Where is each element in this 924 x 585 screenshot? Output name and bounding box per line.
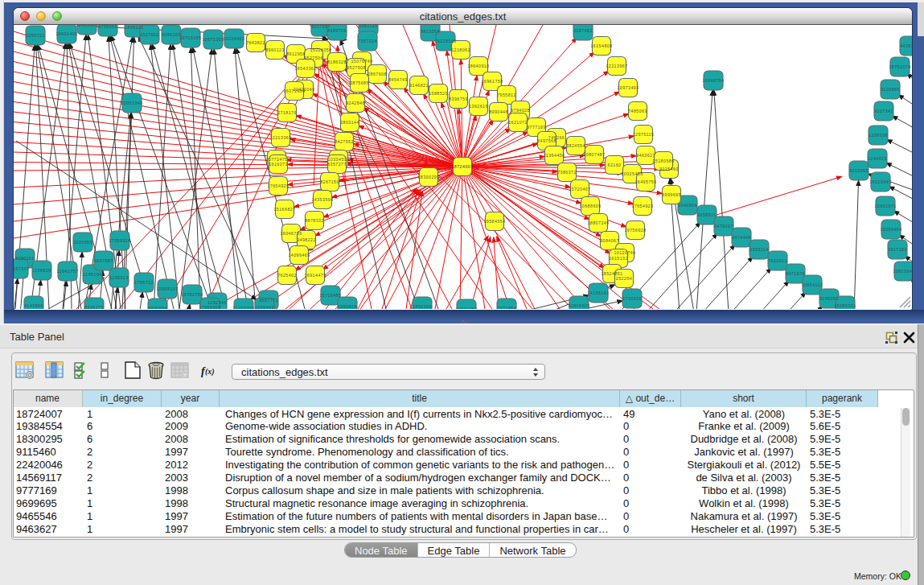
svg-text:10671355: 10671355: [202, 37, 224, 42]
svg-text:4390161: 4390161: [15, 256, 35, 261]
svg-text:6497568: 6497568: [537, 138, 556, 143]
svg-text:9657771: 9657771: [259, 298, 278, 303]
svg-text:17654925: 17654925: [267, 183, 289, 188]
svg-text:17359924: 17359924: [109, 238, 130, 243]
svg-text:16210643: 16210643: [869, 179, 891, 184]
svg-text:16782759: 16782759: [181, 292, 203, 297]
svg-text:8396759: 8396759: [449, 97, 468, 101]
svg-text:8186328: 8186328: [327, 60, 347, 64]
svg-text:8878332: 8878332: [305, 218, 324, 223]
svg-text:7663822: 7663822: [246, 40, 265, 45]
svg-text:20053346: 20053346: [121, 101, 142, 105]
svg-text:9242848: 9242848: [346, 101, 365, 105]
svg-text:8267150: 8267150: [320, 179, 339, 184]
svg-text:9358921: 9358921: [697, 212, 717, 217]
svg-text:6966160: 6966160: [162, 32, 181, 37]
svg-text:9146821: 9146821: [409, 83, 429, 88]
svg-text:2718176: 2718176: [277, 110, 297, 115]
svg-text:8990448: 8990448: [489, 109, 508, 114]
svg-text:15720407: 15720407: [569, 187, 590, 192]
svg-text:12213967: 12213967: [606, 64, 627, 68]
svg-text:15180586: 15180586: [652, 159, 674, 163]
svg-text:7671884: 7671884: [497, 306, 516, 309]
svg-text:10120746: 10120746: [614, 250, 635, 255]
svg-text:8471676: 8471676: [786, 271, 805, 276]
svg-text:1621072: 1621072: [508, 120, 528, 125]
svg-text:1362615: 1362615: [469, 104, 488, 109]
svg-text:15751074: 15751074: [889, 64, 910, 69]
svg-text:1919373: 1919373: [269, 162, 288, 167]
svg-text:8215955: 8215955: [849, 168, 869, 173]
svg-text:62160: 62160: [608, 163, 622, 167]
svg-text:15226058: 15226058: [310, 47, 331, 52]
svg-text:6479197: 6479197: [714, 224, 733, 229]
svg-text:10958107: 10958107: [156, 286, 178, 291]
svg-text:9474444: 9474444: [732, 235, 751, 240]
svg-text:1588520: 1588520: [429, 91, 448, 96]
svg-text:20691406: 20691406: [55, 31, 77, 36]
svg-text:7386372: 7386372: [557, 170, 577, 175]
svg-text:16495756: 16495756: [634, 179, 656, 184]
svg-text:8960123: 8960123: [265, 47, 285, 52]
svg-text:8813054: 8813054: [421, 29, 440, 34]
svg-text:16154808: 16154808: [590, 43, 612, 48]
svg-text:15692971: 15692971: [874, 204, 896, 208]
svg-text:10025438: 10025438: [621, 171, 643, 176]
svg-text:8912958: 8912958: [286, 51, 306, 56]
svg-text:1890399: 1890399: [413, 304, 432, 309]
svg-text:16914479: 16914479: [304, 273, 326, 278]
svg-text:4439167: 4439167: [900, 43, 912, 48]
svg-text:19218506: 19218506: [434, 39, 456, 43]
svg-text:10654112: 10654112: [802, 282, 823, 287]
svg-text:10973493: 10973493: [617, 85, 639, 90]
svg-text:9527508: 9527508: [347, 65, 366, 70]
svg-text:12213369: 12213369: [269, 135, 291, 140]
svg-text:252254: 252254: [616, 276, 632, 281]
svg-text:9527506: 9527506: [304, 56, 323, 60]
svg-text:8454749: 8454749: [388, 77, 408, 82]
svg-text:18640910: 18640910: [467, 64, 489, 68]
svg-text:9245052: 9245052: [819, 296, 839, 301]
svg-text:1209338: 1209338: [869, 133, 888, 138]
svg-text:19832259: 19832259: [455, 307, 477, 309]
svg-text:1218062: 1218062: [451, 47, 470, 52]
svg-text:1527602: 1527602: [140, 32, 159, 37]
svg-text:5682115: 5682115: [359, 25, 377, 28]
svg-text:19584554: 19584554: [483, 219, 505, 224]
svg-text:1145194: 1145194: [83, 272, 101, 277]
svg-text:16046736: 16046736: [280, 231, 302, 236]
svg-text:22455603: 22455603: [76, 25, 97, 27]
svg-text:2055721: 2055721: [26, 33, 45, 38]
svg-text:12975115: 12975115: [633, 132, 655, 137]
svg-text:15716485: 15716485: [319, 293, 341, 298]
svg-text:2087682: 2087682: [573, 28, 593, 33]
svg-text:3875685: 3875685: [350, 80, 369, 85]
svg-text:17956909: 17956909: [199, 305, 220, 309]
svg-text:9227342: 9227342: [874, 109, 893, 113]
svg-text:14136141: 14136141: [587, 290, 609, 295]
svg-text:18724007: 18724007: [451, 164, 473, 169]
svg-text:1615132: 1615132: [609, 256, 628, 261]
svg-text:2935114: 2935114: [749, 247, 768, 252]
svg-text:16543362: 16543362: [294, 66, 316, 71]
svg-text:3917183: 3917183: [888, 247, 907, 252]
svg-text:9997587: 9997587: [94, 258, 113, 263]
svg-text:3824554: 3824554: [566, 143, 585, 148]
svg-text:20813640: 20813640: [893, 269, 912, 274]
svg-text:2066449: 2066449: [255, 305, 274, 309]
svg-text:12942757: 12942757: [56, 269, 78, 274]
svg-text:9777169: 9777169: [527, 125, 546, 130]
svg-text:1839221: 1839221: [125, 25, 144, 30]
svg-text:6794028: 6794028: [511, 108, 530, 113]
svg-text:2020655: 2020655: [73, 240, 92, 245]
svg-text:18300295: 18300295: [417, 175, 439, 179]
svg-text:7625402: 7625402: [277, 273, 297, 278]
svg-text:15166827: 15166827: [273, 207, 295, 212]
svg-text:18807249: 18807249: [587, 220, 609, 225]
svg-text:8336273: 8336273: [84, 305, 104, 309]
svg-text:7955812: 7955812: [497, 93, 516, 97]
svg-text:6357277: 6357277: [327, 162, 347, 167]
svg-text:1156829: 1156829: [32, 268, 51, 273]
svg-text:16648784: 16648784: [702, 78, 724, 83]
svg-text:10719155: 10719155: [179, 35, 201, 40]
